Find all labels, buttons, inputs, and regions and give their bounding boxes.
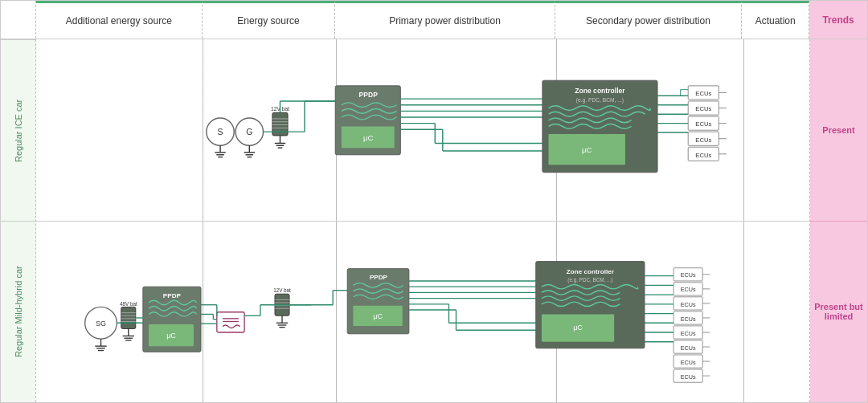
svg-text:μC: μC xyxy=(166,332,176,340)
sg-label: SG xyxy=(96,319,106,327)
diagram-area: S G xyxy=(36,39,809,402)
svg-text:ECUs: ECUs xyxy=(695,136,711,144)
svg-text:(e.g. PDC, BCM, ...): (e.g. PDC, BCM, ...) xyxy=(567,276,612,283)
row-label-ice: Regular ICE car xyxy=(1,39,35,221)
trend-cell-ice: Present xyxy=(810,39,867,222)
svg-text:ECUs: ECUs xyxy=(681,372,696,380)
svg-text:μC: μC xyxy=(582,145,592,154)
header-energy-label: Energy source xyxy=(237,15,299,26)
trends-column: Present Present but limited xyxy=(809,39,867,402)
header-actuation-label: Actuation xyxy=(755,15,796,26)
header-actuation: Actuation xyxy=(742,1,809,39)
svg-text:ECUs: ECUs xyxy=(681,358,696,365)
svg-text:Zone controller: Zone controller xyxy=(567,267,615,275)
svg-text:Zone controller: Zone controller xyxy=(575,87,625,95)
content-area: Regular ICE car Regular Mild-hybrid car xyxy=(1,39,867,402)
svg-text:ECUs: ECUs xyxy=(681,315,696,322)
generator-label: G xyxy=(246,128,252,136)
header-secondary: Secondary power distribution xyxy=(555,1,743,39)
svg-text:ECUs: ECUs xyxy=(681,271,696,279)
header-energy: Energy source xyxy=(203,1,336,39)
svg-text:ECUs: ECUs xyxy=(681,329,696,336)
svg-text:PPDP: PPDP xyxy=(370,274,388,281)
header-primary: Primary power distribution xyxy=(335,1,555,39)
mild-diagram-svg: SG 48V bat xyxy=(36,222,809,403)
svg-text:12V bat: 12V bat xyxy=(273,287,291,293)
header-trends: Trends xyxy=(809,1,867,39)
svg-text:ECUs: ECUs xyxy=(695,105,711,112)
header-additional: Additional energy source xyxy=(36,1,203,39)
svg-text:ECUs: ECUs xyxy=(681,344,696,351)
diagram-row-ice: S G xyxy=(36,39,809,222)
row-labels: Regular ICE car Regular Mild-hybrid car xyxy=(1,39,36,402)
header-primary-label: Primary power distribution xyxy=(389,15,501,26)
ice-diagram-svg: S G xyxy=(36,39,809,221)
svg-text:ECUs: ECUs xyxy=(695,90,711,97)
main-container: Additional energy source Energy source P… xyxy=(0,0,868,403)
dcdc-converter xyxy=(217,311,244,332)
header-spacer xyxy=(1,1,36,39)
starter-label: S xyxy=(218,128,223,136)
row-label-mild: Regular Mild-hybrid car xyxy=(1,221,35,402)
svg-text:ECUs: ECUs xyxy=(695,152,711,159)
svg-text:ECUs: ECUs xyxy=(695,120,711,128)
svg-text:μC: μC xyxy=(373,311,383,320)
header-trends-label: Trends xyxy=(822,14,854,26)
svg-text:μC: μC xyxy=(573,324,583,332)
diagram-row-mild: SG 48V bat xyxy=(36,222,809,403)
trend-cell-mild: Present but limited xyxy=(810,222,867,403)
svg-text:PPDP: PPDP xyxy=(163,291,182,299)
svg-text:ECUs: ECUs xyxy=(681,300,696,307)
svg-text:PPDP: PPDP xyxy=(359,91,379,99)
svg-text:48V bat: 48V bat xyxy=(120,300,137,306)
svg-text:μC: μC xyxy=(363,133,373,142)
svg-text:(e.g. PDC, BCM, ...): (e.g. PDC, BCM, ...) xyxy=(576,97,624,104)
svg-text:ECUs: ECUs xyxy=(681,286,696,293)
bat-48v xyxy=(121,307,136,328)
header-row: Additional energy source Energy source P… xyxy=(1,1,867,39)
header-secondary-label: Secondary power distribution xyxy=(586,15,710,26)
header-additional-label: Additional energy source xyxy=(66,15,172,26)
